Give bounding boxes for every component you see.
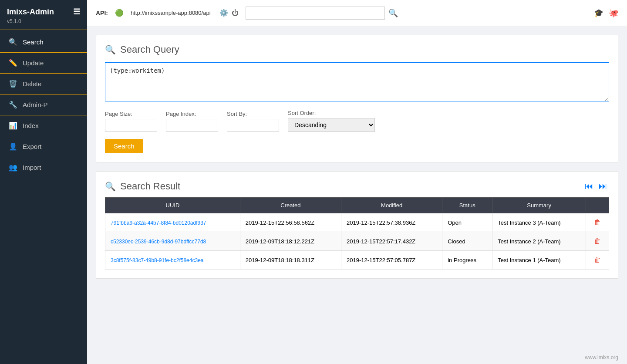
pagination-next-btn[interactable]: ⏭ — [597, 180, 609, 192]
search-icon: 🔍 — [9, 38, 17, 46]
cell-summary: Test Instance 3 (A-Team) — [492, 213, 586, 232]
export-icon: 👤 — [9, 142, 17, 151]
app-brand: Imixs-Admin ☰ — [0, 0, 87, 18]
page-index-input[interactable]: 0 — [166, 119, 218, 132]
page-index-group: Page Index: 0 — [166, 111, 218, 132]
sidebar-label-update: Update — [23, 59, 44, 67]
cell-uuid: 791fbba9-a32a-44b7-8f84-bd0120adf937 — [105, 213, 240, 232]
sort-order-label: Sort Order: — [288, 110, 375, 116]
header-search-wrap: 🔍 — [246, 7, 587, 20]
query-textarea[interactable]: (type:workitem) — [105, 62, 609, 101]
content-area: 🔍 Search Query (type:workitem) Page Size… — [87, 26, 627, 351]
cell-modified: 2019-12-15T22:57:38.936Z — [341, 213, 442, 232]
table-row: 3c8f575f-83c7-49b8-91fe-bc2f58e4c3ea 201… — [105, 251, 609, 270]
query-params: Page Size: 25 Page Index: 0 Sort By: $mo… — [105, 110, 609, 132]
col-status: Status — [442, 198, 492, 213]
sort-by-input[interactable]: $modified — [227, 119, 279, 132]
col-modified: Modified — [341, 198, 442, 213]
sidebar-label-admin-p: Admin-P — [23, 101, 48, 108]
cell-created: 2019-12-09T18:18:18.311Z — [240, 251, 341, 270]
settings-icon[interactable]: ⚙️ — [219, 9, 228, 17]
sidebar-label-import: Import — [23, 164, 41, 171]
cell-summary: Test Instance 2 (A-Team) — [492, 232, 586, 251]
table-header: UUID Created Modified Status Summary — [105, 198, 609, 213]
main-area: API: 🟢 http://imixssample-app:8080/api ⚙… — [87, 0, 627, 364]
delete-row-button[interactable]: 🗑 — [591, 255, 603, 265]
sidebar-item-update[interactable]: ✏️ Update — [0, 53, 87, 73]
api-status-icon: 🟢 — [115, 9, 124, 17]
uuid-link[interactable]: 3c8f575f-83c7-49b8-91fe-bc2f58e4c3ea — [111, 257, 204, 263]
sidebar-label-index: Index — [23, 122, 39, 129]
header-right-actions: 🎓 🐙 — [594, 8, 618, 18]
header-search-button[interactable]: 🔍 — [388, 8, 398, 18]
sidebar-item-import[interactable]: 👥 Import — [0, 157, 87, 178]
sidebar: Imixs-Admin ☰ v5.1.0 🔍 Search ✏️ Update … — [0, 0, 87, 364]
cell-modified: 2019-12-15T22:57:05.787Z — [341, 251, 442, 270]
graduation-icon[interactable]: 🎓 — [594, 8, 603, 18]
sidebar-item-export[interactable]: 👤 Export — [0, 136, 87, 157]
pagination-first-btn[interactable]: ⏮ — [583, 180, 595, 192]
sidebar-label-delete: Delete — [23, 80, 41, 88]
cell-modified: 2019-12-15T22:57:17.432Z — [341, 232, 442, 251]
table-row: c52330ec-2539-46cb-9d8d-97bdffcc77d8 201… — [105, 232, 609, 251]
search-result-title: 🔍 Search Result — [105, 181, 180, 192]
cell-uuid: 3c8f575f-83c7-49b8-91fe-bc2f58e4c3ea — [105, 251, 240, 270]
table-row: 791fbba9-a32a-44b7-8f84-bd0120adf937 201… — [105, 213, 609, 232]
sort-order-select[interactable]: Descanding Ascending — [288, 118, 375, 132]
search-query-title-text: Search Query — [120, 44, 179, 55]
cell-summary: Test Instance 1 (A-Team) — [492, 251, 586, 270]
cell-status: Open — [442, 213, 492, 232]
menu-icon[interactable]: ☰ — [73, 7, 80, 17]
page-index-label: Page Index: — [166, 111, 218, 117]
sidebar-divider-top — [0, 30, 87, 30]
page-size-label: Page Size: — [105, 111, 157, 117]
delete-row-button[interactable]: 🗑 — [591, 236, 603, 246]
index-icon: 📊 — [9, 121, 17, 130]
search-button[interactable]: Search — [105, 139, 143, 153]
sidebar-label-search: Search — [23, 38, 44, 46]
uuid-link[interactable]: c52330ec-2539-46cb-9d8d-97bdffcc77d8 — [111, 239, 206, 245]
uuid-link[interactable]: 791fbba9-a32a-44b7-8f84-bd0120adf937 — [111, 220, 206, 226]
col-uuid: UUID — [105, 198, 240, 213]
header-search-input[interactable] — [246, 7, 385, 20]
api-actions: ⚙️ ⏻ — [219, 9, 239, 17]
sort-by-label: Sort By: — [227, 111, 279, 117]
admin-p-icon: 🔧 — [9, 101, 17, 109]
table-body: 791fbba9-a32a-44b7-8f84-bd0120adf937 201… — [105, 213, 609, 270]
search-result-icon: 🔍 — [105, 181, 116, 192]
col-actions — [586, 198, 609, 213]
table-header-row: UUID Created Modified Status Summary — [105, 198, 609, 213]
col-created: Created — [240, 198, 341, 213]
delete-icon: 🗑️ — [9, 80, 17, 88]
page-size-input[interactable]: 25 — [105, 119, 157, 132]
cell-created: 2019-12-09T18:18:12.221Z — [240, 232, 341, 251]
sidebar-item-search[interactable]: 🔍 Search — [0, 32, 87, 52]
cell-status: in Progress — [442, 251, 492, 270]
sidebar-item-admin-p[interactable]: 🔧 Admin-P — [0, 94, 87, 115]
update-icon: ✏️ — [9, 59, 17, 67]
app-title: Imixs-Admin — [7, 7, 54, 17]
import-icon: 👥 — [9, 163, 17, 172]
footer-text: www.imixs.org — [585, 354, 618, 361]
results-table: UUID Created Modified Status Summary 791… — [105, 197, 609, 270]
col-summary: Summary — [492, 198, 586, 213]
result-header: 🔍 Search Result ⏮ ⏭ — [105, 180, 609, 192]
power-icon[interactable]: ⏻ — [232, 9, 239, 17]
pagination-controls: ⏮ ⏭ — [583, 180, 609, 192]
github-icon[interactable]: 🐙 — [609, 8, 618, 18]
search-query-title: 🔍 Search Query — [105, 44, 609, 55]
cell-delete: 🗑 — [586, 232, 609, 251]
cell-status: Closed — [442, 232, 492, 251]
sidebar-label-export: Export — [23, 143, 41, 150]
cell-uuid: c52330ec-2539-46cb-9d8d-97bdffcc77d8 — [105, 232, 240, 251]
delete-row-button[interactable]: 🗑 — [591, 218, 603, 227]
cell-delete: 🗑 — [586, 251, 609, 270]
search-result-card: 🔍 Search Result ⏮ ⏭ UUID Created Modifie… — [96, 171, 618, 279]
search-result-title-text: Search Result — [120, 181, 180, 192]
sidebar-item-index[interactable]: 📊 Index — [0, 115, 87, 136]
cell-delete: 🗑 — [586, 213, 609, 232]
sidebar-item-delete[interactable]: 🗑️ Delete — [0, 74, 87, 94]
sort-order-group: Sort Order: Descanding Ascending — [288, 110, 375, 132]
api-label: API: — [96, 10, 108, 17]
footer: www.imixs.org — [87, 351, 627, 364]
